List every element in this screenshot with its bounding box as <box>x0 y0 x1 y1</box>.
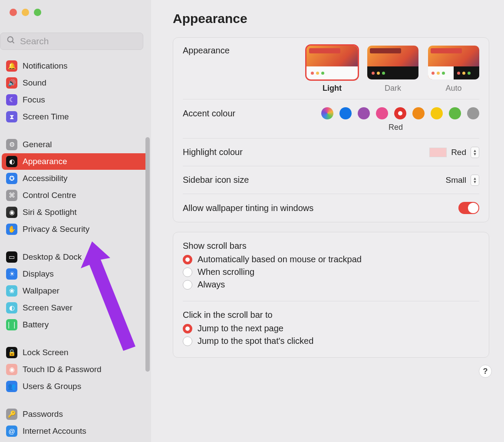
mode-thumb-icon <box>428 46 479 79</box>
displays-icon: ☀ <box>6 268 17 280</box>
click-scroll-bar-group: Click in the scroll bar to Jump to the n… <box>183 301 479 357</box>
sidebar-size-dropdown[interactable]: Small ▲▼ <box>445 175 479 186</box>
sidebar-scrollbar[interactable] <box>145 137 150 372</box>
users-icon: 👥 <box>6 381 17 392</box>
accent-swatch-red[interactable] <box>394 107 406 119</box>
sidebar-item-screen-time[interactable]: ⧗Screen Time <box>2 109 149 125</box>
accent-swatch-green[interactable] <box>449 107 461 119</box>
accent-swatch-graphite[interactable] <box>467 107 479 119</box>
sidebar-item-desktop-dock[interactable]: ▭Desktop & Dock <box>2 249 149 265</box>
radio-label: When scrolling <box>198 267 254 277</box>
show-scroll-bars-option-1[interactable]: When scrolling <box>183 267 479 277</box>
sidebar-item-accessibility[interactable]: ✪Accessibility <box>2 170 149 187</box>
radio-label: Automatically based on mouse or trackpad <box>198 254 362 264</box>
accent-swatch-pink[interactable] <box>376 107 388 119</box>
appearance-panel: Appearance LightDarkAuto Accent colour R… <box>173 37 489 222</box>
sidebar-item-sound[interactable]: 🔊Sound <box>2 75 149 91</box>
sidebar-item-appearance[interactable]: ◐Appearance <box>2 153 149 170</box>
sidebar-item-privacy-security[interactable]: ✋Privacy & Security <box>2 221 149 237</box>
appearance-mode-row: Appearance LightDarkAuto <box>183 38 479 99</box>
highlight-colour-row: Highlight colour Red ▲▼ <box>183 139 479 166</box>
search-input[interactable] <box>20 36 137 46</box>
screentime-icon: ⧗ <box>6 111 17 122</box>
radio-icon <box>183 255 192 264</box>
sidebar-item-touch-id-password[interactable]: ◉Touch ID & Password <box>2 361 149 378</box>
show-scroll-bars-group: Show scroll bars Automatically based on … <box>183 232 479 301</box>
chevron-up-down-icon: ▲▼ <box>471 147 479 158</box>
sidebar-item-notifications[interactable]: 🔔Notifications <box>2 58 149 74</box>
appearance-mode-label: Appearance <box>183 46 306 56</box>
highlight-colour-label: Highlight colour <box>183 147 429 157</box>
sidebar-item-focus[interactable]: ☾Focus <box>2 92 149 108</box>
mode-label: Auto <box>428 84 479 93</box>
wallpaper-icon: ❀ <box>6 285 17 297</box>
accent-swatch-multicolour[interactable] <box>321 107 333 119</box>
svg-point-0 <box>8 37 13 42</box>
lockscreen-icon: 🔒 <box>6 347 17 358</box>
sidebar-item-label: Desktop & Dock <box>23 252 82 262</box>
sidebar-item-label: Screen Saver <box>23 303 72 313</box>
svg-line-1 <box>12 41 14 43</box>
focus-icon: ☾ <box>6 94 17 106</box>
sidebar-item-internet-accounts[interactable]: @Internet Accounts <box>2 423 149 439</box>
mode-thumb-icon <box>367 46 418 79</box>
sidebar-item-label: Screen Time <box>23 112 69 122</box>
wallpaper-tinting-toggle[interactable] <box>458 202 479 214</box>
click-scroll-bar-option-0[interactable]: Jump to the next page <box>183 323 479 333</box>
touchid-icon: ◉ <box>6 364 17 375</box>
radio-icon <box>183 324 192 333</box>
click-scroll-bar-option-1[interactable]: Jump to the spot that's clicked <box>183 336 479 346</box>
sidebar-item-label: Focus <box>23 95 45 105</box>
sidebar-item-displays[interactable]: ☀Displays <box>2 266 149 282</box>
show-scroll-bars-option-0[interactable]: Automatically based on mouse or trackpad <box>183 254 479 264</box>
wallpaper-tinting-row: Allow wallpaper tinting in windows <box>183 194 479 222</box>
sidebar-size-label: Sidebar icon size <box>183 175 445 185</box>
radio-label: Jump to the spot that's clicked <box>198 336 313 346</box>
help-button[interactable]: ? <box>479 365 492 378</box>
sidebar-item-siri-spotlight[interactable]: ◉Siri & Spotlight <box>2 204 149 221</box>
appearance-mode-light[interactable]: Light <box>306 46 358 93</box>
appearance-mode-auto[interactable]: Auto <box>428 46 479 93</box>
sidebar-item-label: Accessibility <box>23 174 67 183</box>
appearance-mode-dark[interactable]: Dark <box>367 46 418 93</box>
sidebar-item-label: Sound <box>23 78 46 88</box>
highlight-colour-dropdown[interactable]: Red ▲▼ <box>429 147 479 158</box>
sidebar-item-control-centre[interactable]: ⌘Control Centre <box>2 187 149 204</box>
sidebar-item-screen-saver[interactable]: ◐Screen Saver <box>2 300 149 316</box>
sidebar-item-label: Privacy & Security <box>23 224 89 234</box>
radio-label: Always <box>198 280 225 290</box>
sidebar-item-label: Touch ID & Password <box>23 365 102 374</box>
fullscreen-icon[interactable] <box>34 9 41 16</box>
battery-icon: ❘❘ <box>6 319 17 330</box>
mode-label: Dark <box>367 84 418 93</box>
sidebar-item-general[interactable]: ⚙General <box>2 136 149 153</box>
show-scroll-bars-option-2[interactable]: Always <box>183 280 479 290</box>
radio-icon <box>183 280 192 290</box>
sidebar: 🔔Notifications🔊Sound☾Focus⧗Screen Time⚙G… <box>0 0 151 442</box>
search-field[interactable] <box>0 33 143 50</box>
internet-icon: @ <box>6 426 17 437</box>
sidebar-item-label: Displays <box>23 269 54 279</box>
radio-label: Jump to the next page <box>198 323 283 333</box>
minimize-icon[interactable] <box>22 9 29 16</box>
sidebar-item-battery[interactable]: ❘❘Battery <box>2 317 149 333</box>
accent-swatch-purple[interactable] <box>358 107 370 119</box>
close-icon[interactable] <box>10 9 17 16</box>
sidebar-item-label: Siri & Spotlight <box>23 208 77 217</box>
sidebar-item-label: Control Centre <box>23 191 76 200</box>
sidebar-item-label: General <box>23 140 52 149</box>
sidebar-item-users-groups[interactable]: 👥Users & Groups <box>2 378 149 395</box>
sidebar-nav: 🔔Notifications🔊Sound☾Focus⧗Screen Time⚙G… <box>0 56 151 439</box>
sidebar-item-passwords[interactable]: 🔑Passwords <box>2 406 149 422</box>
radio-icon <box>183 267 192 277</box>
accent-swatch-yellow[interactable] <box>431 107 443 119</box>
sidebar-item-label: Wallpaper <box>23 286 59 296</box>
highlight-colour-value: Red <box>451 148 466 157</box>
accent-swatch-blue[interactable] <box>339 107 352 119</box>
sidebar-size-value: Small <box>445 175 466 185</box>
show-scroll-bars-label: Show scroll bars <box>183 241 479 251</box>
sidebar-item-lock-screen[interactable]: 🔒Lock Screen <box>2 344 149 361</box>
sidebar-item-wallpaper[interactable]: ❀Wallpaper <box>2 283 149 299</box>
general-icon: ⚙ <box>6 139 17 150</box>
accent-swatch-orange[interactable] <box>412 107 425 119</box>
